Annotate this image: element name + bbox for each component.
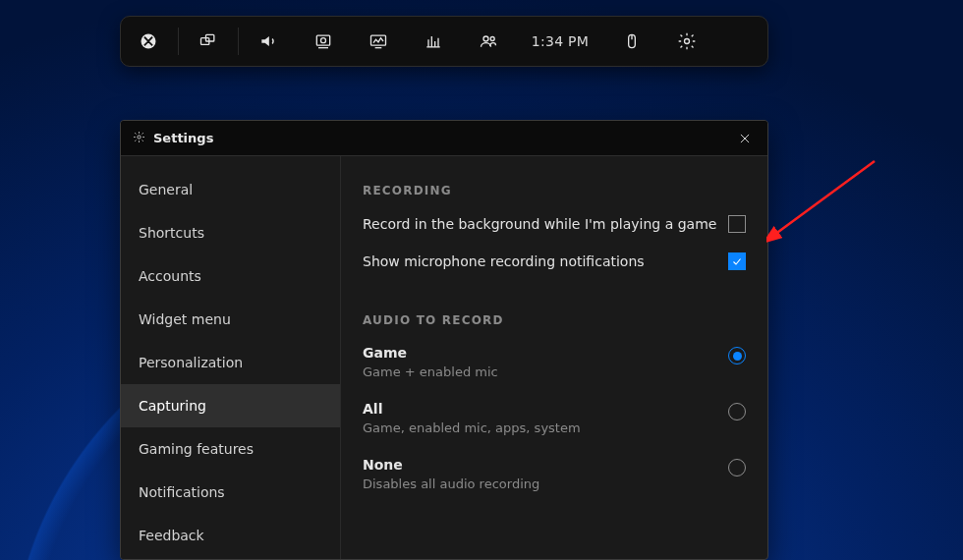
sidebar-item-label: Notifications bbox=[139, 484, 225, 500]
audio-option-none: None Disables all audio recording bbox=[363, 457, 746, 491]
audio-icon[interactable] bbox=[241, 17, 296, 66]
checkbox-record-background[interactable] bbox=[728, 215, 746, 233]
option-record-background: Record in the background while I'm playi… bbox=[363, 215, 746, 233]
game-bar-toolbar: 1:34 PM bbox=[120, 16, 768, 67]
sidebar-item-label: Shortcuts bbox=[139, 225, 204, 241]
sidebar-item-shortcuts[interactable]: Shortcuts bbox=[121, 211, 340, 254]
capture-icon[interactable] bbox=[296, 17, 351, 66]
option-title: All bbox=[363, 401, 581, 417]
social-icon[interactable] bbox=[461, 17, 516, 66]
sidebar-item-label: Personalization bbox=[139, 355, 243, 370]
option-subtitle: Game, enabled mic, apps, system bbox=[363, 420, 581, 435]
sidebar-item-label: Capturing bbox=[139, 398, 206, 414]
option-subtitle: Game + enabled mic bbox=[363, 364, 498, 379]
clock: 1:34 PM bbox=[516, 17, 604, 66]
svg-point-14 bbox=[490, 37, 494, 41]
window-titlebar: Settings bbox=[121, 121, 767, 156]
sidebar-item-feedback[interactable]: Feedback bbox=[121, 514, 340, 557]
sidebar-item-label: Accounts bbox=[139, 268, 201, 284]
sidebar-item-label: General bbox=[139, 182, 193, 197]
sidebar-item-widget-menu[interactable]: Widget menu bbox=[121, 298, 340, 341]
sidebar-item-gaming-features[interactable]: Gaming features bbox=[121, 427, 340, 471]
sidebar-item-label: Widget menu bbox=[139, 311, 231, 327]
sidebar-item-label: Feedback bbox=[139, 528, 204, 543]
option-title: Game bbox=[363, 345, 498, 361]
clock-text: 1:34 PM bbox=[532, 33, 590, 49]
gear-icon bbox=[133, 129, 145, 147]
svg-point-18 bbox=[138, 136, 141, 139]
close-button[interactable] bbox=[734, 128, 756, 149]
option-label: Record in the background while I'm playi… bbox=[363, 216, 716, 232]
svg-point-4 bbox=[321, 38, 326, 43]
sidebar-item-capturing[interactable]: Capturing bbox=[121, 384, 340, 427]
radio-audio-none[interactable] bbox=[728, 459, 746, 476]
audio-option-all: All Game, enabled mic, apps, system bbox=[363, 401, 746, 435]
option-show-mic-notifications: Show microphone recording notifications bbox=[363, 252, 746, 270]
svg-point-13 bbox=[483, 36, 488, 41]
section-title-recording: RECORDING bbox=[363, 184, 746, 197]
option-title: None bbox=[363, 457, 539, 473]
widgets-icon[interactable] bbox=[181, 17, 236, 66]
settings-window: Settings General Shortcuts Accounts Widg… bbox=[120, 120, 768, 560]
sidebar-item-general[interactable]: General bbox=[121, 168, 340, 211]
xbox-icon[interactable] bbox=[121, 17, 176, 66]
option-label: Show microphone recording notifications bbox=[363, 253, 645, 269]
svg-rect-3 bbox=[316, 35, 329, 45]
settings-content: RECORDING Record in the background while… bbox=[341, 156, 767, 559]
radio-audio-game[interactable] bbox=[728, 347, 746, 364]
audio-option-game: Game Game + enabled mic bbox=[363, 345, 746, 379]
sidebar-item-notifications[interactable]: Notifications bbox=[121, 471, 340, 514]
settings-sidebar: General Shortcuts Accounts Widget menu P… bbox=[121, 156, 341, 559]
window-title: Settings bbox=[153, 131, 213, 145]
resources-icon[interactable] bbox=[406, 17, 461, 66]
checkbox-show-mic-notifications[interactable] bbox=[728, 252, 746, 270]
settings-icon[interactable] bbox=[659, 17, 714, 66]
mouse-icon[interactable] bbox=[604, 17, 659, 66]
svg-line-21 bbox=[774, 161, 875, 235]
annotation-arrow bbox=[766, 156, 884, 254]
sidebar-item-label: Gaming features bbox=[139, 441, 254, 457]
radio-audio-all[interactable] bbox=[728, 403, 746, 420]
performance-icon[interactable] bbox=[351, 17, 406, 66]
svg-point-17 bbox=[685, 39, 690, 44]
sidebar-item-accounts[interactable]: Accounts bbox=[121, 254, 340, 298]
sidebar-item-personalization[interactable]: Personalization bbox=[121, 341, 340, 384]
divider bbox=[238, 28, 239, 55]
option-subtitle: Disables all audio recording bbox=[363, 476, 539, 491]
section-title-audio: AUDIO TO RECORD bbox=[363, 313, 746, 327]
divider bbox=[178, 28, 179, 55]
svg-rect-6 bbox=[371, 35, 386, 45]
